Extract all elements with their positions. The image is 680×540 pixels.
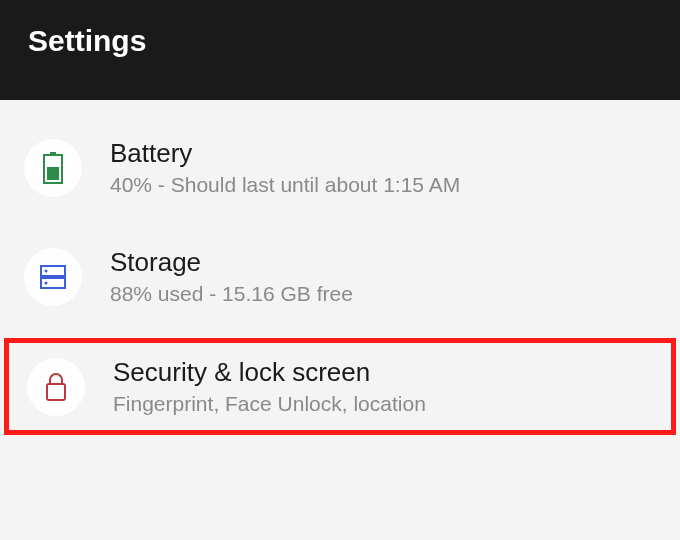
list-item-security[interactable]: Security & lock screen Fingerprint, Face…: [4, 338, 676, 435]
svg-point-5: [45, 269, 48, 272]
battery-icon: [42, 152, 64, 184]
icon-circle: [24, 248, 82, 306]
item-subtitle: 88% used - 15.16 GB free: [110, 282, 353, 306]
svg-point-6: [45, 281, 48, 284]
lock-icon: [44, 372, 68, 402]
storage-icon: [39, 263, 67, 291]
icon-circle: [24, 139, 82, 197]
item-subtitle: 40% - Should last until about 1:15 AM: [110, 173, 460, 197]
svg-rect-7: [47, 384, 65, 400]
text-block: Security & lock screen Fingerprint, Face…: [113, 357, 426, 416]
item-title: Battery: [110, 138, 460, 169]
settings-list: Battery 40% - Should last until about 1:…: [0, 100, 680, 435]
text-block: Battery 40% - Should last until about 1:…: [110, 138, 460, 197]
svg-rect-2: [47, 167, 59, 180]
item-title: Security & lock screen: [113, 357, 426, 388]
header: Settings: [0, 0, 680, 100]
list-item-storage[interactable]: Storage 88% used - 15.16 GB free: [0, 229, 680, 324]
item-subtitle: Fingerprint, Face Unlock, location: [113, 392, 426, 416]
item-title: Storage: [110, 247, 353, 278]
text-block: Storage 88% used - 15.16 GB free: [110, 247, 353, 306]
icon-circle: [27, 358, 85, 416]
page-title: Settings: [28, 24, 146, 58]
list-item-battery[interactable]: Battery 40% - Should last until about 1:…: [0, 120, 680, 215]
